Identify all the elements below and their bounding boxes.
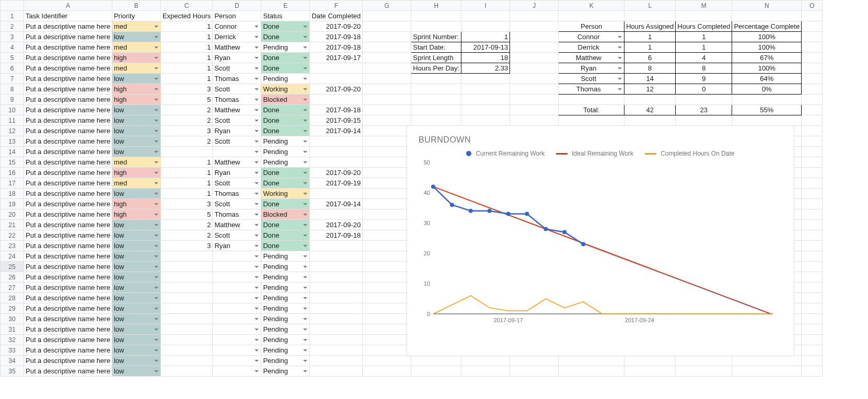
cell-E2[interactable]: Done (261, 21, 310, 32)
cell-M2[interactable]: Hours Completed (676, 21, 732, 32)
cell-O8[interactable] (802, 84, 823, 95)
cell-B1[interactable]: Priority (112, 11, 160, 21)
cell-O2[interactable] (802, 21, 823, 32)
row-header-27[interactable]: 27 (1, 283, 24, 293)
cell-C35[interactable] (160, 366, 213, 377)
cell-G33[interactable] (363, 345, 411, 356)
cell-D21[interactable]: Matthew (213, 220, 261, 230)
cell-E25[interactable]: Pending (261, 262, 310, 272)
cell-C33[interactable] (160, 345, 213, 356)
cell-K6[interactable]: Ryan (559, 63, 624, 74)
cell-I9[interactable] (461, 95, 510, 105)
cell-B5[interactable]: high (112, 53, 160, 63)
row-header-26[interactable]: 26 (1, 272, 24, 283)
cell-E10[interactable]: Done (261, 105, 310, 115)
row-header-7[interactable]: 7 (1, 74, 24, 84)
cell-B7[interactable]: low (112, 74, 160, 84)
cell-O30[interactable] (802, 314, 823, 324)
cell-M7[interactable]: 9 (676, 74, 732, 84)
cell-I3[interactable]: 1 (461, 32, 510, 42)
cell-A8[interactable]: Put a descriptive name here (24, 84, 112, 95)
col-header-O[interactable]: O (802, 1, 823, 11)
row-header-2[interactable]: 2 (1, 21, 24, 32)
row-header-31[interactable]: 31 (1, 324, 24, 335)
cell-F8[interactable]: 2017-09-20 (310, 84, 363, 95)
row-header-28[interactable]: 28 (1, 293, 24, 303)
cell-A25[interactable]: Put a descriptive name here (24, 262, 112, 272)
cell-J11[interactable] (510, 115, 559, 126)
cell-F21[interactable]: 2017-09-20 (310, 220, 363, 230)
cell-M9[interactable] (676, 95, 732, 105)
cell-D19[interactable]: Scott (213, 199, 261, 209)
row-header-30[interactable]: 30 (1, 314, 24, 324)
burndown-chart[interactable]: BURNDOWN Current Remaining Work Ideal Re… (407, 125, 794, 356)
cell-G3[interactable] (363, 32, 411, 42)
cell-M1[interactable] (676, 11, 732, 21)
col-header-G[interactable]: G (363, 1, 411, 11)
cell-C1[interactable]: Expected Hours (160, 11, 213, 21)
cell-N6[interactable]: 100% (732, 63, 802, 74)
cell-B26[interactable]: low (112, 272, 160, 283)
cell-F10[interactable]: 2017-09-18 (310, 105, 363, 115)
cell-D14[interactable] (213, 147, 261, 157)
cell-O15[interactable] (802, 157, 823, 168)
cell-F16[interactable]: 2017-09-20 (310, 168, 363, 178)
cell-G19[interactable] (363, 199, 411, 209)
cell-A2[interactable]: Put a descriptive name here (24, 21, 112, 32)
cell-H3[interactable]: Sprint Number: (411, 32, 461, 42)
cell-M3[interactable]: 1 (676, 32, 732, 42)
cell-K2[interactable]: Person (559, 21, 624, 32)
cell-G1[interactable] (363, 11, 411, 21)
cell-C3[interactable]: 1 (160, 32, 213, 42)
cell-D13[interactable]: Scott (213, 136, 261, 147)
cell-D27[interactable] (213, 283, 261, 293)
cell-O29[interactable] (802, 303, 823, 314)
cell-D8[interactable]: Scott (213, 84, 261, 95)
cell-A31[interactable]: Put a descriptive name here (24, 324, 112, 335)
cell-E11[interactable]: Done (261, 115, 310, 126)
cell-A18[interactable]: Put a descriptive name here (24, 189, 112, 199)
col-header-K[interactable]: K (559, 1, 624, 11)
cell-C30[interactable] (160, 314, 213, 324)
cell-A27[interactable]: Put a descriptive name here (24, 283, 112, 293)
cell-C27[interactable] (160, 283, 213, 293)
cell-B15[interactable]: med (112, 157, 160, 168)
row-header-22[interactable]: 22 (1, 230, 24, 241)
col-header-M[interactable]: M (676, 1, 732, 11)
cell-E4[interactable]: Pending (261, 42, 310, 53)
cell-B20[interactable]: high (112, 209, 160, 220)
cell-L10[interactable]: 42 (624, 105, 676, 115)
cell-D6[interactable]: Scott (213, 63, 261, 74)
row-header-4[interactable]: 4 (1, 42, 24, 53)
cell-G24[interactable] (363, 251, 411, 262)
cell-O23[interactable] (802, 241, 823, 251)
cell-E33[interactable]: Pending (261, 345, 310, 356)
cell-O5[interactable] (802, 53, 823, 63)
cell-D7[interactable]: Thomas (213, 74, 261, 84)
cell-E5[interactable]: Done (261, 53, 310, 63)
cell-F32[interactable] (310, 335, 363, 345)
cell-F19[interactable]: 2017-09-14 (310, 199, 363, 209)
cell-B29[interactable]: low (112, 303, 160, 314)
cell-L11[interactable] (624, 115, 676, 126)
cell-A28[interactable]: Put a descriptive name here (24, 293, 112, 303)
cell-C34[interactable] (160, 356, 213, 366)
cell-B11[interactable]: low (112, 115, 160, 126)
cell-L4[interactable]: 1 (624, 42, 676, 53)
cell-C22[interactable]: 2 (160, 230, 213, 241)
cell-C23[interactable]: 3 (160, 241, 213, 251)
cell-G27[interactable] (363, 283, 411, 293)
cell-N35[interactable] (732, 366, 802, 377)
cell-O21[interactable] (802, 220, 823, 230)
cell-F3[interactable]: 2017-09-18 (310, 32, 363, 42)
cell-D20[interactable]: Thomas (213, 209, 261, 220)
cell-F20[interactable] (310, 209, 363, 220)
cell-C19[interactable]: 3 (160, 199, 213, 209)
cell-D12[interactable]: Ryan (213, 126, 261, 136)
cell-L2[interactable]: Hours Assigned (624, 21, 676, 32)
cell-A35[interactable]: Put a descriptive name here (24, 366, 112, 377)
cell-E24[interactable]: Pending (261, 251, 310, 262)
cell-O17[interactable] (802, 178, 823, 189)
cell-E3[interactable]: Done (261, 32, 310, 42)
cell-B35[interactable]: low (112, 366, 160, 377)
